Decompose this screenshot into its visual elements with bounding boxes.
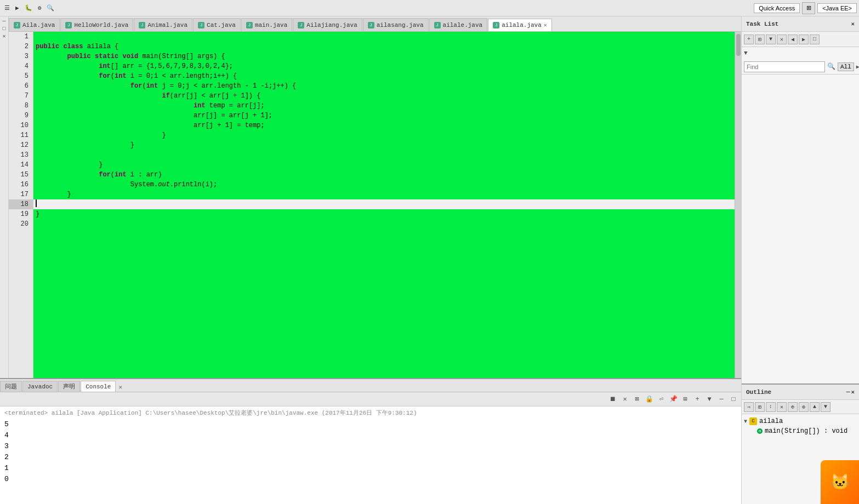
- tab-ailale[interactable]: J ailale.java: [429, 18, 488, 31]
- task-list-btn-4[interactable]: ✕: [777, 35, 787, 44]
- toolbar-debug[interactable]: 🐛: [22, 3, 35, 13]
- toolbar-search-global[interactable]: 🔍: [44, 3, 56, 13]
- find-arrow-icon[interactable]: ▶: [856, 64, 859, 70]
- outline-class-name: ailala: [759, 417, 783, 425]
- console-tab-declaration[interactable]: 声明: [58, 381, 80, 392]
- console-tab-console[interactable]: Console: [81, 381, 116, 392]
- code-line-18[interactable]: [33, 199, 735, 209]
- outline-item-main[interactable]: m main(String[]) : void: [744, 426, 857, 436]
- console-btn-minimize[interactable]: ─: [716, 394, 727, 405]
- quick-access-button[interactable]: Quick Access: [754, 3, 800, 13]
- console-btn-terminate[interactable]: ⏹: [607, 394, 618, 405]
- minimize-icon[interactable]: ─: [2, 19, 5, 25]
- console-btn-word-wrap[interactable]: ⏎: [656, 394, 667, 405]
- right-panel: Task List ✕ + ⊞ ▼ ✕ ◀ ▶ □ ▼ 🔍 All: [741, 16, 859, 504]
- console-btn-dropdown[interactable]: ▼: [704, 394, 715, 405]
- outline-title: Outline: [746, 389, 771, 396]
- console-btn-remove[interactable]: ✕: [619, 394, 630, 405]
- tab-cat[interactable]: J Cat.java: [193, 18, 241, 31]
- outline-btn-8[interactable]: ▼: [821, 402, 830, 412]
- outline-btn-3[interactable]: ↕: [766, 402, 776, 412]
- outline-minimize-icon[interactable]: ─: [846, 389, 850, 396]
- task-list-btn-7[interactable]: □: [810, 35, 820, 44]
- task-list-title: Task List: [746, 21, 778, 27]
- line-num-12: 12: [9, 140, 33, 150]
- outline-method-name: main(String[]) : void: [765, 427, 847, 435]
- code-line-2: public class ailala {: [33, 42, 735, 51]
- expand-icon[interactable]: ▼: [744, 50, 748, 56]
- line-num-10: 10: [9, 121, 33, 130]
- console-btn-pin[interactable]: 📌: [668, 394, 679, 405]
- code-line-1: [33, 32, 735, 42]
- line-num-1: 1: [9, 32, 33, 42]
- outline-btn-4[interactable]: ✕: [777, 402, 787, 412]
- outline-btn-6[interactable]: ⊗: [799, 402, 809, 412]
- toolbar-icon-btn[interactable]: ⊞: [802, 2, 815, 14]
- outline-btn-1[interactable]: ⇒: [744, 402, 754, 412]
- line-num-9: 9: [9, 111, 33, 121]
- console-tab-problem[interactable]: 问题: [0, 381, 22, 392]
- outline-close-icon[interactable]: ✕: [851, 388, 855, 396]
- tab-aila[interactable]: J Aila.java: [9, 18, 60, 31]
- all-filter-btn[interactable]: All: [838, 62, 854, 71]
- outline-btn-5[interactable]: ⊕: [788, 402, 798, 412]
- toolbar-run[interactable]: ▶: [13, 3, 21, 13]
- tab-ailasang[interactable]: J ailasang.java: [363, 18, 429, 31]
- code-line-20: [33, 219, 735, 229]
- console-btn-open-console[interactable]: ⊞: [680, 394, 691, 405]
- code-line-6: for(int j = 0;j < arr.length - 1 -i;j++)…: [33, 81, 735, 91]
- outline-btn-2[interactable]: ⊞: [755, 402, 765, 412]
- task-list-btn-2[interactable]: ⊞: [755, 35, 765, 44]
- console-tab-label: ✕: [116, 382, 124, 392]
- outline-class-icon: C: [749, 417, 757, 425]
- java-ee-button[interactable]: <Java EE>: [817, 3, 857, 13]
- tab-label-cat: Cat.java: [207, 22, 236, 28]
- console-btn-maximize[interactable]: □: [728, 394, 739, 405]
- toolbar-tools[interactable]: ⚙: [36, 3, 44, 13]
- console-btn-scroll-lock[interactable]: 🔒: [644, 394, 655, 405]
- tab-icon-ailasang: J: [368, 22, 374, 28]
- outline-btn-7[interactable]: ▲: [810, 402, 820, 412]
- code-line-3: public static void main(String[] args) {: [33, 51, 735, 61]
- task-list-content: [742, 75, 859, 383]
- tab-icon-main: J: [246, 22, 253, 28]
- tab-icon-ailale: J: [434, 22, 441, 28]
- task-list-btn-5[interactable]: ◀: [788, 35, 798, 44]
- find-search-icon[interactable]: 🔍: [827, 62, 835, 71]
- scrollbar-thumb-v[interactable]: [736, 34, 741, 56]
- tabs-bar: J Aila.java J HelloWorld.java J Animal.j…: [9, 16, 741, 32]
- tab-close-ailala[interactable]: ✕: [544, 22, 547, 28]
- toolbar-menu-file[interactable]: ☰: [2, 3, 12, 13]
- tab-ailala[interactable]: J ailala.java ✕: [488, 19, 552, 32]
- tab-main[interactable]: J main.java: [241, 18, 292, 31]
- outline-item-ailala[interactable]: ▼ C ailala: [744, 416, 857, 426]
- tab-icon-helloworld: J: [65, 22, 72, 28]
- task-list-close-icon[interactable]: ✕: [851, 20, 855, 27]
- line-num-15: 15: [9, 170, 33, 180]
- tab-label-helloworld: HelloWorld.java: [74, 22, 128, 28]
- task-list-btn-6[interactable]: ▶: [799, 35, 809, 44]
- line-num-14: 14: [9, 160, 33, 170]
- line-num-8: 8: [9, 101, 33, 111]
- restore-icon[interactable]: □: [2, 26, 5, 32]
- tab-animal[interactable]: J Animal.java: [134, 18, 192, 31]
- console-btn-clear[interactable]: ⊠: [632, 394, 642, 405]
- line-num-13: 13: [9, 150, 33, 160]
- outline-header: Outline ─ ✕: [742, 385, 859, 400]
- bottom-area: 问题 Javadoc 声明 Console ✕ ⏹ ✕ ⊠ 🔒 ⏎ 📌 ⊞ + …: [0, 378, 741, 504]
- task-list-btn-1[interactable]: +: [744, 35, 754, 44]
- console-tab-javadoc[interactable]: Javadoc: [22, 381, 58, 392]
- console-output-line-5: 1: [4, 463, 737, 474]
- tab-ailajiang[interactable]: J Ailajiang.java: [293, 18, 362, 31]
- tab-helloworld[interactable]: J HelloWorld.java: [60, 18, 133, 31]
- code-line-4: int[] arr = {1,5,6,7,9,8,3,0,2,4};: [33, 61, 735, 71]
- console-btn-new-console[interactable]: +: [692, 394, 703, 405]
- close-icon[interactable]: ✕: [2, 33, 5, 39]
- find-input[interactable]: [744, 61, 825, 72]
- line-num-16: 16: [9, 180, 33, 190]
- tab-icon-ailala: J: [493, 22, 499, 28]
- task-list-btn-3[interactable]: ▼: [766, 35, 776, 44]
- code-line-13: [33, 150, 735, 160]
- code-line-11: }: [33, 130, 735, 140]
- task-list-panel: Task List ✕ + ⊞ ▼ ✕ ◀ ▶ □ ▼ 🔍 All: [742, 16, 859, 383]
